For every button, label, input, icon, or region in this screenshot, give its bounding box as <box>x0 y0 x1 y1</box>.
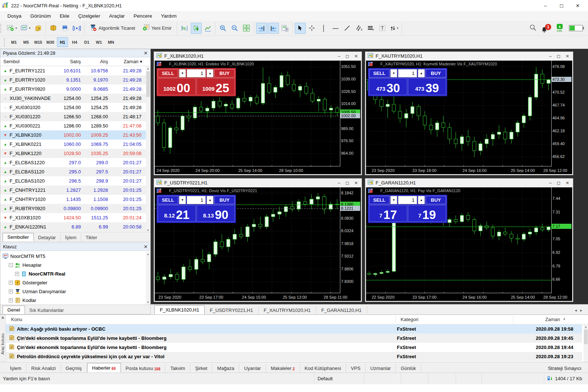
table-row-f_eurtry1020[interactable]: ▲F_EURTRY10209.13519.197021:49:28 <box>0 75 146 84</box>
lvl-indicator-icon[interactable]: ▲LVL <box>556 24 564 33</box>
tab-makaleler[interactable]: Makaleler2 <box>266 364 300 373</box>
table-row-f_elcbas1020[interactable]: ▲F_ELCBAS1020296.5298.920:01:27 <box>0 176 146 186</box>
timeframe-mn[interactable]: MN <box>105 37 116 47</box>
navigator-item-experts[interactable]: +Uzman Danışmanlar <box>0 287 146 296</box>
one-click-trading-icon[interactable] <box>163 188 168 193</box>
table-row-f_rubtry0920[interactable]: ▲F_RUBTRY09200.098000.0990020:01:25 <box>0 204 146 213</box>
navigator-item-indicators[interactable]: +fGöstergeler <box>0 278 146 287</box>
new-chart-button[interactable]: ▾ <box>6 23 18 34</box>
chart-window-titlebar[interactable]: F_GARAN1120,H1–◻✕ <box>365 179 573 187</box>
strategy-tester-label[interactable]: Strateji Sınayıcı <box>541 364 588 373</box>
chart-canvas-f-xlbnk1020[interactable]: 1051.501039.001026.501014.00989.00976.50… <box>155 61 361 174</box>
menu-item-6[interactable]: Yardım <box>157 12 181 20</box>
arrows-tool-button[interactable]: ▾ <box>389 23 400 34</box>
table-row-f_xu0301220[interactable]: ○F_XU03012201266.501268.0021:48:17 <box>0 112 146 121</box>
trendline-tool-button[interactable] <box>342 23 353 34</box>
deposit-button[interactable]: $ <box>33 23 44 34</box>
tab-tikler[interactable]: Tikler <box>81 234 101 241</box>
navigator-item-terminal[interactable]: NoorCMTR MT5 <box>0 252 146 260</box>
buy-button[interactable]: BUY <box>426 69 446 78</box>
chart-maximize-button[interactable]: ◻ <box>345 54 349 59</box>
timeframe-h1[interactable]: H1 <box>57 37 68 47</box>
tab-sik-kullanilanlar[interactable]: Sık Kullanılanlar <box>25 306 68 314</box>
table-row-f_xu0301020[interactable]: ○F_XU03010201254.001254.2521:49:28 <box>0 103 146 112</box>
tab-uzmanlar[interactable]: Uzmanlar <box>366 364 396 373</box>
news-row[interactable]: Çin'deki ekonomik toparlanma Eylül'de iv… <box>6 343 582 352</box>
volume-input[interactable]: 1 <box>187 196 206 204</box>
news-row[interactable]: Çin'deki ekonomik toparlanma Eylül'de iv… <box>6 334 582 343</box>
candle-chart-mode-button[interactable] <box>191 23 202 34</box>
chart-minimize-button[interactable]: – <box>338 180 340 186</box>
expand-icon[interactable]: + <box>15 272 19 276</box>
zoom-out-button[interactable] <box>229 23 240 34</box>
collapse-icon[interactable]: − <box>9 263 13 267</box>
table-row-f_xlbnk1020[interactable]: ▼F_XLBNK10201002.001009.2521:43:50 <box>0 130 146 140</box>
news-column-subject[interactable]: Konu <box>11 317 22 322</box>
market-watch-scrollbar[interactable]: ▲ ▼ <box>146 66 150 233</box>
bar-chart-mode-button[interactable] <box>179 23 190 34</box>
chart-close-button[interactable]: ✕ <box>354 54 358 59</box>
tab-takvim[interactable]: Takvim <box>165 364 190 373</box>
news-row[interactable]: Altın: Aşağı yönlü baskı artıyor - OCBCF… <box>6 324 582 334</box>
chart-maximize-button[interactable]: ◻ <box>557 54 560 59</box>
table-row-f_xu0300221[interactable]: ▲F_XU03002211286.001289.5021:47:08 <box>0 121 146 130</box>
volume-input[interactable]: 1 <box>398 196 417 204</box>
table-row-f_elcbas1220[interactable]: ▲F_ELCBAS1220297.0299.020:01:27 <box>0 158 146 167</box>
chart-close-button[interactable]: ✕ <box>566 180 569 186</box>
volume-increase-button[interactable]: ▲ <box>418 196 425 204</box>
tab-haberler[interactable]: Haberler69 <box>87 363 121 373</box>
chart-tabs-scroll-right-icon[interactable]: ► <box>580 309 583 312</box>
navigator-scrollbar[interactable]: ▲ ▼ <box>146 252 150 305</box>
chart-minimize-button[interactable]: – <box>549 54 552 59</box>
market-watch-column-0[interactable]: Sembol <box>0 59 57 64</box>
navigator-close-icon[interactable]: ✕ <box>144 244 148 249</box>
menu-item-5[interactable]: Pencere <box>129 12 157 20</box>
timeframe-w1[interactable]: W1 <box>93 37 104 47</box>
chart-window-f-xlbnk1020[interactable]: F_XLBNK1020,H1–◻✕1051.501039.001026.5010… <box>154 51 362 175</box>
chart-tab-f-xlbnk1020-h1[interactable]: F_XLBNK1020,H1 <box>154 305 205 314</box>
expand-icon[interactable]: + <box>9 289 13 294</box>
timeframe-m1[interactable]: M1 <box>8 37 19 47</box>
sell-button[interactable]: SELL <box>158 196 178 204</box>
tab-magaza[interactable]: Mağaza <box>212 364 239 373</box>
chart-window-titlebar[interactable]: F_USDTRY0221,H1–◻✕ <box>154 179 362 187</box>
chart-canvas-f-xautrym1020[interactable]: 476.08470.52467.74464.96462.18459.40456.… <box>366 61 572 174</box>
big-buy-price[interactable]: 719 <box>408 205 446 222</box>
chart-tab-f-garan1120-h1[interactable]: F_GARAN1120,H1 <box>316 306 367 314</box>
notifications-bell-icon[interactable]: 1 <box>542 24 551 33</box>
new-order-button[interactable]: Yeni Emir <box>139 23 175 34</box>
market-watch-column-1[interactable]: Satış <box>57 59 84 64</box>
tab-gecmis[interactable]: Geçmiş <box>61 364 87 373</box>
tile-windows-button[interactable] <box>241 23 252 34</box>
auto-scroll-button[interactable] <box>256 23 267 34</box>
table-row-f_enkai1220n1[interactable]: ▲F_ENKAI1220N16.896.9920:00:58 <box>0 222 146 231</box>
chart-tab-f-usdtry0221-h1[interactable]: F_USDTRY0221,H1 <box>205 306 259 314</box>
big-sell-price[interactable]: 717 <box>369 205 407 222</box>
volume-input[interactable]: 1 <box>398 69 417 78</box>
menu-item-4[interactable]: Araçlar <box>105 12 129 20</box>
chart-tab-f-xautrym1020-h1[interactable]: F_XAUTRYM1020,H1 <box>259 306 316 314</box>
chart-window-f-garan1120[interactable]: F_GARAN1120,H1–◻✕7.447.317.056.926.796.6… <box>365 178 573 302</box>
chart-tabs-scroll-left-icon[interactable]: ◄ <box>574 309 577 312</box>
menu-item-0[interactable]: Dosya <box>3 12 26 20</box>
market-watch-close-icon[interactable]: ✕ <box>144 50 148 56</box>
big-sell-price[interactable]: 8.1221 <box>158 205 196 222</box>
window-minimize-button[interactable]: – <box>537 0 553 11</box>
big-buy-price[interactable]: 47339 <box>408 78 446 95</box>
chart-window-titlebar[interactable]: F_XAUTRYM1020,H1–◻✕ <box>365 52 573 60</box>
timeframe-drag-handle[interactable] <box>4 38 6 47</box>
market-watch-column-2[interactable]: Alış <box>84 59 111 64</box>
tab-gunluk[interactable]: Günlük <box>396 364 421 373</box>
tab-posta-kutusu[interactable]: Posta kutusu168 <box>121 364 166 373</box>
timeframe-d1[interactable]: D1 <box>81 37 92 47</box>
one-click-trading-icon[interactable] <box>163 62 168 66</box>
menu-item-3[interactable]: Çizelgeler <box>74 12 105 20</box>
navigator-item-codes[interactable]: +Kodlar <box>0 296 146 305</box>
table-row-f_xlbnk1220[interactable]: ▼F_XLBNK12201028.501035.2520:59:08 <box>0 149 146 158</box>
big-buy-price[interactable]: 100925 <box>197 78 235 95</box>
text-tool-button[interactable]: T <box>377 23 388 34</box>
table-row-f_cnhtry1020[interactable]: ▲F_CNHTRY10201.14351.150820:01:25 <box>0 195 146 204</box>
tab-sirket[interactable]: Şirket <box>190 364 212 373</box>
menu-item-1[interactable]: Görünüm <box>26 12 55 20</box>
tab-islem[interactable]: İşlem <box>5 364 26 373</box>
